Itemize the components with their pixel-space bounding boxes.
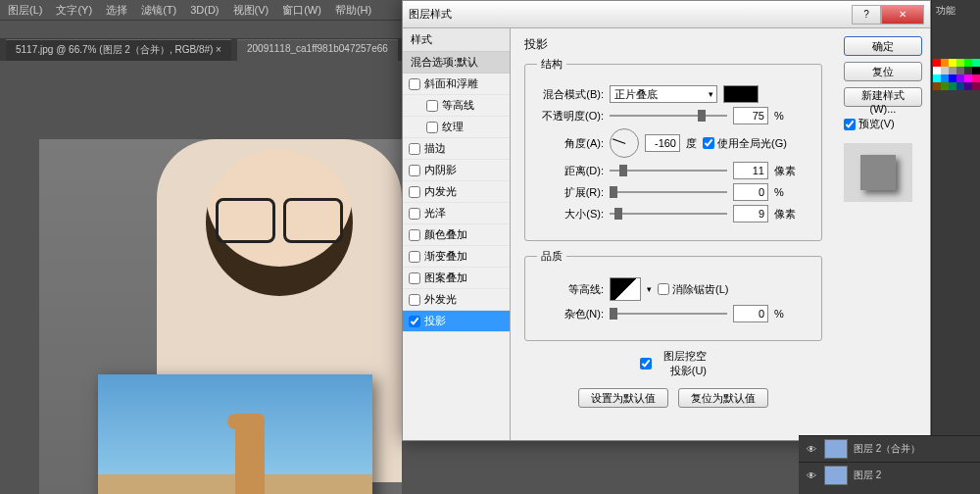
color-swatch[interactable] — [964, 59, 972, 67]
style-effect-item[interactable]: 颜色叠加 — [403, 224, 510, 246]
swatches-panel[interactable] — [933, 59, 980, 90]
knockout-checkbox[interactable]: 图层挖空投影(U) — [640, 349, 707, 378]
style-effect-checkbox[interactable] — [409, 143, 420, 155]
noise-input[interactable]: 0 — [733, 305, 768, 322]
color-swatch[interactable] — [933, 67, 941, 74]
style-effect-checkbox[interactable] — [409, 229, 420, 241]
color-swatch[interactable] — [941, 67, 949, 74]
blending-options[interactable]: 混合选项:默认 — [403, 52, 510, 74]
menu-item[interactable]: 滤镜(T) — [141, 3, 176, 18]
color-swatch[interactable] — [933, 74, 941, 82]
color-swatch[interactable] — [964, 74, 972, 82]
color-swatch[interactable] — [933, 82, 941, 90]
angle-input[interactable]: -160 — [645, 134, 680, 152]
styles-header[interactable]: 样式 — [403, 28, 510, 52]
help-button[interactable]: ? — [852, 5, 881, 25]
style-effect-item[interactable]: 等高线 — [403, 95, 510, 117]
style-effect-item[interactable]: 斜面和浮雕 — [403, 74, 510, 95]
angle-dial[interactable] — [610, 128, 639, 158]
layer-thumbnail[interactable] — [824, 466, 848, 485]
cancel-button[interactable]: 复位 — [844, 62, 922, 81]
make-default-button[interactable]: 设置为默认值 — [578, 388, 668, 408]
style-effect-item[interactable]: 投影 — [403, 311, 510, 332]
color-swatch[interactable] — [949, 82, 956, 90]
style-effect-item[interactable]: 描边 — [403, 138, 510, 160]
size-input[interactable]: 9 — [733, 205, 768, 222]
color-swatch[interactable] — [941, 74, 949, 82]
blend-mode-select[interactable]: 正片叠底 — [610, 85, 717, 103]
color-swatch[interactable] — [956, 67, 964, 74]
preview-checkbox[interactable]: 预览(V) — [844, 117, 922, 131]
color-swatch[interactable] — [933, 59, 941, 67]
layer-name[interactable]: 图层 2（合并） — [854, 442, 920, 456]
distance-slider[interactable] — [610, 164, 727, 177]
menu-item[interactable]: 选择 — [106, 3, 127, 18]
color-swatch[interactable] — [972, 82, 980, 90]
layer-row[interactable]: 👁 图层 2（合并） — [799, 435, 980, 462]
color-swatch[interactable] — [972, 59, 980, 67]
color-swatch[interactable] — [941, 59, 949, 67]
global-light-checkbox[interactable]: 使用全局光(G) — [703, 136, 787, 151]
contour-picker[interactable] — [610, 277, 641, 301]
color-swatch[interactable] — [956, 82, 964, 90]
canvas-image — [39, 139, 402, 494]
color-swatch[interactable] — [949, 67, 956, 74]
color-swatch[interactable] — [956, 74, 964, 82]
layer-row[interactable]: 👁 图层 2 — [799, 462, 980, 488]
menu-item[interactable]: 文字(Y) — [56, 3, 92, 18]
document-tab[interactable]: 5117.jpg @ 66.7% (图层 2（合并）, RGB/8#) × — [6, 39, 231, 61]
style-effect-checkbox[interactable] — [409, 186, 420, 198]
antialias-checkbox[interactable]: 消除锯齿(L) — [658, 282, 728, 297]
style-effect-checkbox[interactable] — [426, 100, 438, 112]
style-effect-checkbox[interactable] — [426, 122, 438, 133]
visibility-toggle-icon[interactable]: 👁 — [805, 469, 818, 482]
document-tab[interactable]: 20091118_ca1ff981b047257e66 — [237, 39, 398, 61]
opacity-input[interactable]: 75 — [733, 107, 768, 124]
menu-item[interactable]: 视图(V) — [233, 3, 270, 18]
opacity-slider[interactable] — [610, 109, 727, 123]
size-slider[interactable] — [610, 207, 727, 221]
layer-thumbnail[interactable] — [824, 439, 848, 459]
new-style-button[interactable]: 新建样式(W)... — [844, 87, 922, 107]
dialog-titlebar[interactable]: 图层样式 ? ✕ — [403, 1, 930, 28]
style-effect-checkbox[interactable] — [409, 78, 420, 90]
style-effect-item[interactable]: 内发光 — [403, 181, 510, 203]
color-swatch[interactable] — [956, 59, 964, 67]
spread-input[interactable]: 0 — [733, 183, 768, 201]
document-canvas[interactable] — [0, 61, 402, 494]
color-swatch[interactable] — [949, 74, 956, 82]
style-effect-checkbox[interactable] — [409, 165, 420, 176]
style-effect-checkbox[interactable] — [409, 251, 420, 263]
visibility-toggle-icon[interactable]: 👁 — [805, 442, 818, 456]
style-effect-item[interactable]: 内阴影 — [403, 160, 510, 181]
style-effect-item[interactable]: 外发光 — [403, 289, 510, 311]
close-button[interactable]: ✕ — [881, 5, 924, 25]
color-swatch[interactable] — [964, 82, 972, 90]
ok-button[interactable]: 确定 — [844, 36, 922, 56]
noise-slider[interactable] — [610, 307, 727, 321]
color-swatch[interactable] — [972, 74, 980, 82]
menu-item[interactable]: 帮助(H) — [335, 3, 371, 18]
color-swatch[interactable] — [949, 59, 956, 67]
style-effect-item[interactable]: 纹理 — [403, 117, 510, 138]
color-swatch[interactable] — [964, 67, 972, 74]
layer-name[interactable]: 图层 2 — [854, 469, 881, 482]
menu-item[interactable]: 图层(L) — [8, 3, 42, 18]
spread-slider[interactable] — [610, 185, 727, 199]
reset-default-button[interactable]: 复位为默认值 — [678, 388, 768, 408]
style-effect-checkbox[interactable] — [409, 272, 420, 284]
color-swatch[interactable] — [941, 82, 949, 90]
menu-item[interactable]: 3D(D) — [190, 4, 219, 16]
style-effect-checkbox[interactable] — [409, 208, 420, 220]
style-effect-checkbox[interactable] — [409, 316, 420, 327]
color-swatch[interactable] — [972, 67, 980, 74]
style-effect-item[interactable]: 光泽 — [403, 203, 510, 224]
panel-tab[interactable]: 功能 — [932, 0, 980, 22]
size-label: 大小(S): — [537, 207, 604, 222]
style-effect-item[interactable]: 图案叠加 — [403, 268, 510, 289]
distance-input[interactable]: 11 — [733, 162, 768, 179]
style-effect-checkbox[interactable] — [409, 294, 420, 306]
shadow-color-swatch[interactable] — [723, 85, 759, 103]
style-effect-item[interactable]: 渐变叠加 — [403, 246, 510, 268]
menu-item[interactable]: 窗口(W) — [282, 3, 321, 18]
